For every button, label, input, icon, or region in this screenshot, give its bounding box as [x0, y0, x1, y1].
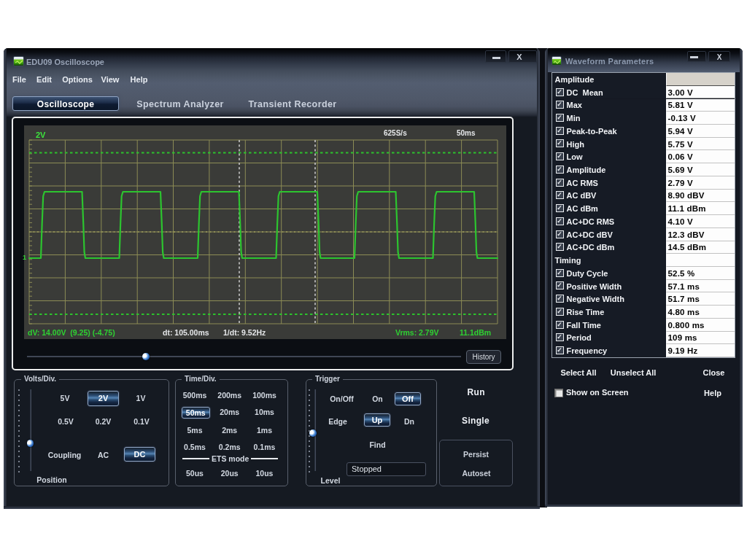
- svg-text:2V: 2V: [36, 131, 46, 139]
- svg-text:dV: 14.00V (9.25) (-4.75): dV: 14.00V (9.25) (-4.75): [28, 328, 115, 337]
- svg-text:Vrms: 2.79V: Vrms: 2.79V: [395, 328, 439, 337]
- svg-text:11.1dBm: 11.1dBm: [460, 328, 491, 337]
- svg-text:1/dt: 9.52Hz: 1/dt: 9.52Hz: [223, 328, 266, 337]
- svg-text:625S/s: 625S/s: [384, 129, 407, 137]
- svg-text:50ms: 50ms: [457, 129, 476, 137]
- svg-text:dt: 105.00ms: dt: 105.00ms: [163, 328, 209, 337]
